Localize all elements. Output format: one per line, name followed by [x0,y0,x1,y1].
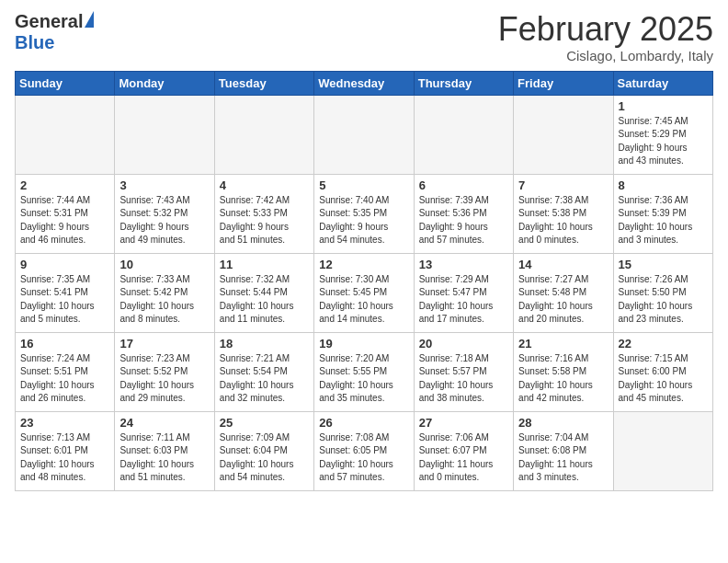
day-info: Sunrise: 7:11 AM Sunset: 6:03 PM Dayligh… [119,431,209,485]
calendar-day-cell: 2Sunrise: 7:44 AM Sunset: 5:31 PM Daylig… [16,174,115,253]
calendar-day-cell: 1Sunrise: 7:45 AM Sunset: 5:29 PM Daylig… [613,95,712,174]
day-of-week-header: Tuesday [214,71,313,95]
calendar-day-cell: 3Sunrise: 7:43 AM Sunset: 5:32 PM Daylig… [115,174,214,253]
calendar-day-cell [514,95,613,174]
day-of-week-header: Monday [115,71,214,95]
calendar-header-row: SundayMondayTuesdayWednesdayThursdayFrid… [16,71,713,95]
header: General Blue February 2025 Cislago, Lomb… [15,11,713,63]
day-info: Sunrise: 7:39 AM Sunset: 5:36 PM Dayligh… [419,194,508,247]
day-number: 10 [119,258,209,271]
day-info: Sunrise: 7:33 AM Sunset: 5:42 PM Dayligh… [119,273,209,327]
calendar-day-cell: 12Sunrise: 7:30 AM Sunset: 5:45 PM Dayli… [314,253,414,332]
day-info: Sunrise: 7:09 AM Sunset: 6:04 PM Dayligh… [220,431,309,485]
day-number: 27 [419,416,508,430]
calendar-day-cell: 4Sunrise: 7:42 AM Sunset: 5:33 PM Daylig… [214,174,313,253]
day-info: Sunrise: 7:44 AM Sunset: 5:31 PM Dayligh… [20,194,109,247]
calendar-week-row: 23Sunrise: 7:13 AM Sunset: 6:01 PM Dayli… [16,411,713,490]
logo-triangle-icon [85,11,94,28]
day-of-week-header: Thursday [414,71,513,95]
day-info: Sunrise: 7:27 AM Sunset: 5:48 PM Dayligh… [518,273,608,327]
day-number: 12 [319,258,408,271]
day-number: 17 [119,337,209,350]
day-number: 28 [518,416,608,430]
day-number: 19 [319,337,408,350]
day-number: 18 [220,337,309,350]
calendar-table: SundayMondayTuesdayWednesdayThursdayFrid… [15,71,713,491]
calendar-day-cell [613,411,712,490]
day-info: Sunrise: 7:30 AM Sunset: 5:45 PM Dayligh… [319,273,408,327]
day-number: 11 [220,258,309,271]
day-info: Sunrise: 7:13 AM Sunset: 6:01 PM Dayligh… [20,431,109,485]
day-info: Sunrise: 7:45 AM Sunset: 5:29 PM Dayligh… [619,115,708,168]
day-number: 8 [619,178,708,192]
calendar-week-row: 2Sunrise: 7:44 AM Sunset: 5:31 PM Daylig… [16,174,713,253]
day-number: 3 [119,178,209,192]
calendar-day-cell: 6Sunrise: 7:39 AM Sunset: 5:36 PM Daylig… [414,174,513,253]
calendar-day-cell: 8Sunrise: 7:36 AM Sunset: 5:39 PM Daylig… [613,174,712,253]
day-number: 22 [619,337,708,350]
header-right: February 2025 Cislago, Lombardy, Italy [498,11,713,63]
day-info: Sunrise: 7:16 AM Sunset: 5:58 PM Dayligh… [518,352,608,406]
day-number: 26 [319,416,408,430]
day-number: 15 [619,258,708,271]
day-info: Sunrise: 7:23 AM Sunset: 5:52 PM Dayligh… [119,352,209,406]
day-info: Sunrise: 7:42 AM Sunset: 5:33 PM Dayligh… [220,194,309,247]
calendar-day-cell: 20Sunrise: 7:18 AM Sunset: 5:57 PM Dayli… [414,332,513,411]
calendar-day-cell: 10Sunrise: 7:33 AM Sunset: 5:42 PM Dayli… [115,253,214,332]
day-info: Sunrise: 7:40 AM Sunset: 5:35 PM Dayligh… [319,194,408,247]
day-info: Sunrise: 7:29 AM Sunset: 5:47 PM Dayligh… [419,273,508,327]
day-info: Sunrise: 7:32 AM Sunset: 5:44 PM Dayligh… [220,273,309,327]
day-number: 21 [518,337,608,350]
day-info: Sunrise: 7:35 AM Sunset: 5:41 PM Dayligh… [20,273,109,327]
day-number: 14 [518,258,608,271]
day-info: Sunrise: 7:43 AM Sunset: 5:32 PM Dayligh… [119,194,209,247]
day-number: 1 [619,99,708,113]
calendar-day-cell [115,95,214,174]
day-of-week-header: Friday [514,71,613,95]
day-info: Sunrise: 7:18 AM Sunset: 5:57 PM Dayligh… [419,352,508,406]
day-info: Sunrise: 7:38 AM Sunset: 5:38 PM Dayligh… [518,194,608,247]
calendar-day-cell: 14Sunrise: 7:27 AM Sunset: 5:48 PM Dayli… [514,253,613,332]
day-info: Sunrise: 7:21 AM Sunset: 5:54 PM Dayligh… [220,352,309,406]
calendar-day-cell: 19Sunrise: 7:20 AM Sunset: 5:55 PM Dayli… [314,332,414,411]
day-number: 13 [419,258,508,271]
calendar-day-cell: 11Sunrise: 7:32 AM Sunset: 5:44 PM Dayli… [214,253,313,332]
calendar-day-cell: 28Sunrise: 7:04 AM Sunset: 6:08 PM Dayli… [514,411,613,490]
calendar-day-cell: 21Sunrise: 7:16 AM Sunset: 5:58 PM Dayli… [514,332,613,411]
day-info: Sunrise: 7:04 AM Sunset: 6:08 PM Dayligh… [518,431,608,485]
calendar-day-cell [214,95,313,174]
calendar-day-cell [16,95,115,174]
logo-general-text: General [15,11,83,32]
calendar-day-cell: 15Sunrise: 7:26 AM Sunset: 5:50 PM Dayli… [613,253,712,332]
day-number: 4 [220,178,309,192]
location: Cislago, Lombardy, Italy [498,48,713,63]
day-number: 16 [20,337,109,350]
day-info: Sunrise: 7:15 AM Sunset: 6:00 PM Dayligh… [619,352,708,406]
day-number: 24 [119,416,209,430]
day-info: Sunrise: 7:26 AM Sunset: 5:50 PM Dayligh… [619,273,708,327]
month-title: February 2025 [498,11,713,48]
calendar-day-cell: 9Sunrise: 7:35 AM Sunset: 5:41 PM Daylig… [16,253,115,332]
calendar-day-cell: 7Sunrise: 7:38 AM Sunset: 5:38 PM Daylig… [514,174,613,253]
day-of-week-header: Sunday [16,71,115,95]
day-number: 6 [419,178,508,192]
calendar-day-cell: 5Sunrise: 7:40 AM Sunset: 5:35 PM Daylig… [314,174,414,253]
day-number: 5 [319,178,408,192]
day-of-week-header: Saturday [613,71,712,95]
day-info: Sunrise: 7:20 AM Sunset: 5:55 PM Dayligh… [319,352,408,406]
day-number: 9 [20,258,109,271]
calendar-day-cell [314,95,414,174]
day-number: 20 [419,337,508,350]
logo-blue-text: Blue [15,32,54,53]
calendar-day-cell: 22Sunrise: 7:15 AM Sunset: 6:00 PM Dayli… [613,332,712,411]
calendar-week-row: 16Sunrise: 7:24 AM Sunset: 5:51 PM Dayli… [16,332,713,411]
day-of-week-header: Wednesday [314,71,414,95]
calendar-week-row: 9Sunrise: 7:35 AM Sunset: 5:41 PM Daylig… [16,253,713,332]
day-number: 2 [20,178,109,192]
calendar-day-cell: 18Sunrise: 7:21 AM Sunset: 5:54 PM Dayli… [214,332,313,411]
calendar-day-cell: 25Sunrise: 7:09 AM Sunset: 6:04 PM Dayli… [214,411,313,490]
calendar-day-cell [414,95,513,174]
calendar-day-cell: 23Sunrise: 7:13 AM Sunset: 6:01 PM Dayli… [16,411,115,490]
calendar-day-cell: 26Sunrise: 7:08 AM Sunset: 6:05 PM Dayli… [314,411,414,490]
day-info: Sunrise: 7:06 AM Sunset: 6:07 PM Dayligh… [419,431,508,485]
